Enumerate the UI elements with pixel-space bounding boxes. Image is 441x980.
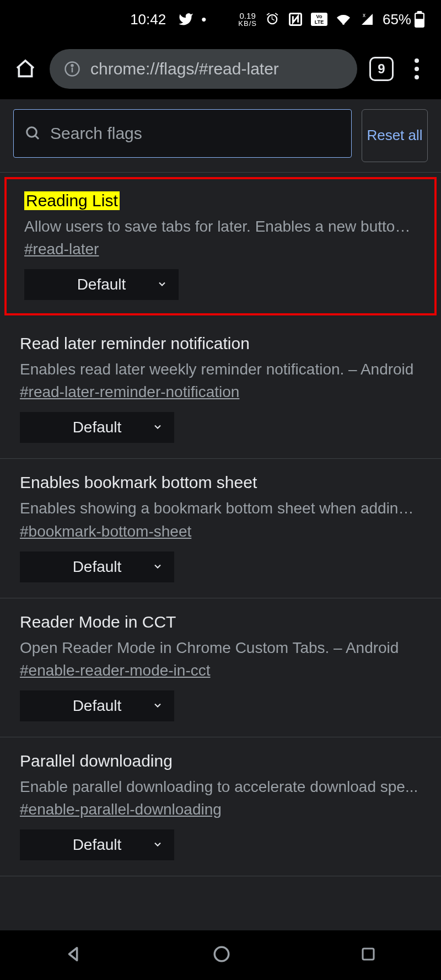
flags-page: Reset all Reading ListAllow users to sav… (0, 99, 441, 876)
signal-icon: x (359, 13, 375, 26)
flag-description: Enable parallel downloading to accelerat… (20, 776, 421, 797)
svg-text:Vo: Vo (316, 14, 322, 19)
dropdown-value: Default (77, 276, 126, 293)
status-time: 10:42 (130, 11, 166, 28)
search-icon (25, 125, 41, 142)
search-flags-box[interactable] (13, 109, 352, 158)
flag-anchor-link[interactable]: #bookmark-bottom-sheet (20, 523, 191, 540)
back-triangle-icon (64, 945, 83, 963)
alarm-icon (265, 12, 280, 27)
overflow-menu-button[interactable] (406, 58, 428, 79)
chevron-down-icon (152, 697, 163, 715)
flag-description: Allow users to save tabs for later. Enab… (24, 216, 417, 237)
square-icon (360, 946, 377, 962)
dot-icon: • (201, 11, 206, 28)
battery-indicator: 65% (383, 11, 424, 28)
flag-dropdown[interactable]: Default (20, 551, 174, 582)
chevron-down-icon (152, 836, 163, 854)
dropdown-value: Default (73, 697, 122, 715)
network-speed: 0.19 KB/S (238, 12, 257, 27)
nav-recent-button[interactable] (360, 946, 377, 965)
twitter-icon (178, 12, 193, 27)
nav-home-button[interactable] (212, 945, 231, 966)
nav-back-button[interactable] (64, 945, 83, 966)
flag-entry: Reading ListAllow users to save tabs for… (4, 177, 437, 315)
dropdown-value: Default (73, 558, 122, 576)
battery-icon (415, 11, 424, 28)
flag-title: Enables bookmark bottom sheet (20, 473, 257, 492)
flag-dropdown[interactable]: Default (20, 690, 174, 721)
flag-entry: Reader Mode in CCTOpen Reader Mode in Ch… (0, 598, 441, 737)
flag-dropdown[interactable]: Default (24, 269, 179, 300)
chevron-down-icon (152, 419, 163, 436)
info-icon (64, 61, 80, 77)
svg-rect-6 (417, 11, 422, 14)
tab-count-label: 9 (378, 61, 385, 77)
browser-toolbar: chrome://flags/#read-later 9 (0, 39, 441, 99)
url-bar[interactable]: chrome://flags/#read-later (50, 49, 357, 89)
chevron-down-icon (152, 558, 163, 576)
flag-description: Open Reader Mode in Chrome Custom Tabs. … (20, 637, 421, 658)
svg-text:LTE: LTE (315, 19, 324, 25)
flag-title: Reading List (24, 191, 120, 210)
reset-all-button[interactable]: Reset all (362, 109, 428, 162)
search-input[interactable] (50, 124, 340, 143)
nfc-icon (288, 12, 303, 27)
flag-dropdown[interactable]: Default (20, 829, 174, 860)
wifi-icon (335, 13, 352, 26)
dropdown-value: Default (73, 419, 122, 436)
flag-title: Reader Mode in CCT (20, 613, 176, 631)
tab-switcher[interactable]: 9 (369, 57, 394, 81)
flag-entry: Parallel downloadingEnable parallel down… (0, 737, 441, 876)
home-button[interactable] (13, 57, 37, 81)
flag-anchor-link[interactable]: #enable-parallel-downloading (20, 801, 222, 818)
flag-entry: Enables bookmark bottom sheetEnables sho… (0, 459, 441, 598)
flag-title: Parallel downloading (20, 752, 173, 770)
circle-icon (212, 945, 231, 963)
search-row: Reset all (0, 99, 441, 173)
volte-icon: VoLTE (311, 13, 327, 26)
flag-entry: Read later reminder notificationEnables … (0, 320, 441, 459)
svg-point-13 (214, 947, 229, 961)
android-navbar (0, 930, 441, 980)
status-bar: 10:42 • 0.19 KB/S VoLTE x 65% (0, 0, 441, 39)
svg-line-12 (35, 136, 39, 139)
flag-title: Read later reminder notification (20, 334, 250, 353)
chevron-down-icon (157, 276, 168, 293)
flag-description: Enables read later weekly reminder notif… (20, 358, 421, 380)
svg-rect-7 (416, 14, 423, 19)
svg-point-10 (72, 65, 73, 66)
svg-point-11 (27, 127, 37, 137)
svg-rect-14 (363, 949, 374, 960)
flag-description: Enables showing a bookmark bottom sheet … (20, 497, 421, 519)
dropdown-value: Default (73, 836, 122, 854)
svg-text:x: x (363, 13, 365, 18)
url-text: chrome://flags/#read-later (90, 60, 279, 78)
flag-anchor-link[interactable]: #read-later (24, 240, 99, 258)
home-icon (14, 58, 36, 80)
flag-anchor-link[interactable]: #enable-reader-mode-in-cct (20, 662, 211, 679)
flag-dropdown[interactable]: Default (20, 412, 174, 443)
flag-anchor-link[interactable]: #read-later-reminder-notification (20, 383, 239, 401)
